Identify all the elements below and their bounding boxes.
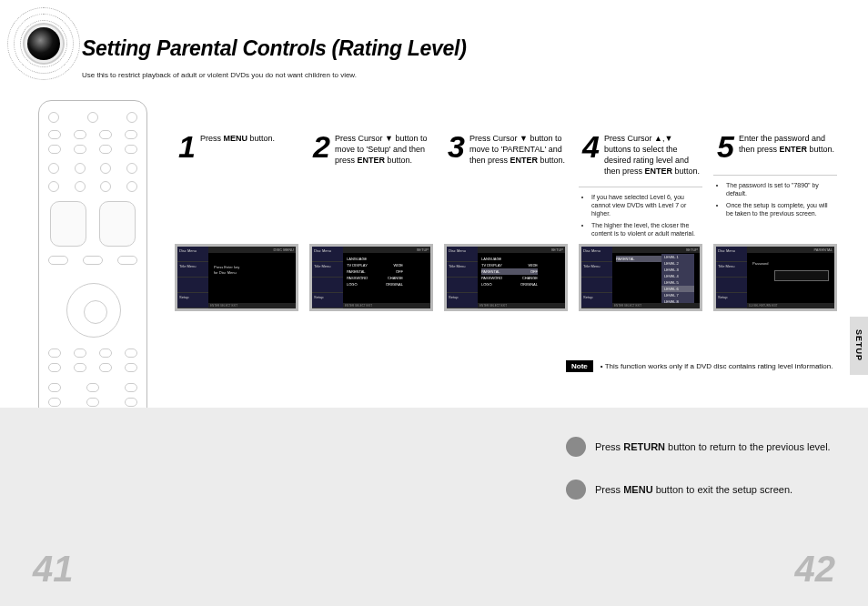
step-number: 1: [178, 129, 196, 165]
tv-screen-5: Disc Menu Title Menu Setup PARENTAL Pass…: [713, 244, 837, 311]
step-number: 3: [448, 129, 465, 165]
button-icon: [566, 480, 586, 500]
steps-row: 1 Press MENU button. 2 Press Cursor ▼ bu…: [175, 116, 837, 241]
section-tab-setup: SETUP: [850, 317, 868, 375]
note-text: This function works only if a DVD disc c…: [601, 362, 833, 370]
tv-screen-1: Disc Menu Title Menu Setup DISC MENU Pre…: [175, 244, 298, 311]
step-number: 2: [313, 129, 330, 165]
tv-screenshot-row: Disc Menu Title Menu Setup DISC MENU Pre…: [175, 244, 837, 311]
note-row: Note This function works only if a DVD d…: [566, 360, 833, 372]
page-number-right: 42: [795, 549, 836, 590]
page-number-left: 41: [33, 549, 74, 590]
step-5: 5 Enter the password and then press ENTE…: [713, 116, 837, 241]
speaker-cone-decoration: [7, 7, 80, 80]
step-bullets: If you have selected Level 6, you cannot…: [584, 193, 702, 238]
hint-return: Press RETURN button to return to the pre…: [566, 437, 831, 457]
password-entry-box: [774, 270, 829, 281]
step-2: 2 Press Cursor ▼ button to move to 'Setu…: [309, 116, 433, 241]
button-icon: [566, 437, 586, 457]
step-1: 1 Press MENU button.: [175, 116, 298, 241]
page-title: Setting Parental Controls (Rating Level): [82, 36, 467, 61]
step-4: 4 Press Cursor ▲,▼ buttons to select the…: [579, 116, 702, 241]
hint-menu: Press MENU button to exit the setup scre…: [566, 480, 792, 500]
note-badge: Note: [566, 360, 593, 372]
tv-screen-3: Disc Menu Title Menu Setup SETUP LANGUAG…: [444, 244, 568, 311]
tv-screen-2: Disc Menu Title Menu Setup SETUP LANGUAG…: [309, 244, 433, 311]
step-bullets: The password is set to "7890" by default…: [719, 181, 837, 218]
page-subtitle: Use this to restrict playback of adult o…: [82, 71, 357, 79]
step-number: 5: [717, 129, 734, 165]
step-number: 4: [582, 129, 600, 165]
step-3: 3 Press Cursor ▼ button to move to 'PARE…: [444, 116, 568, 241]
tv-screen-4: Disc Menu Title Menu Setup SETUP PARENTA…: [579, 244, 702, 311]
